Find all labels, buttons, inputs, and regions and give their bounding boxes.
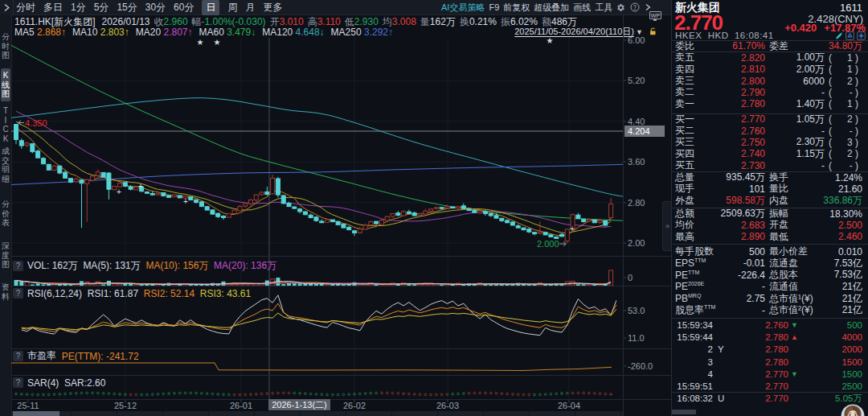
stat-value: 2509.63万 <box>716 207 765 220</box>
stat-value: - <box>716 281 765 292</box>
stat-label: EPSTTM <box>675 257 706 269</box>
book-count: (1 ) <box>829 52 858 64</box>
book-count: (2 ) <box>829 148 858 159</box>
book-price: 2.770 <box>716 113 765 125</box>
date-label: 25-11 <box>17 401 39 410</box>
tick-row[interactable]: 15:59:342.760▼500 <box>672 319 868 332</box>
stat-label: 内盘 <box>769 194 788 208</box>
count-paren: ( <box>829 113 832 125</box>
count-value: 1 ) <box>847 98 858 109</box>
count-value: - ) <box>850 160 858 171</box>
tick-time: 16:08:32 <box>674 393 713 403</box>
count-value: 1 ) <box>847 64 858 75</box>
svg-text:★: ★ <box>547 36 554 45</box>
panel-separator <box>672 392 868 393</box>
tick-volume: 2500 <box>841 381 862 391</box>
svg-text:★: ★ <box>214 38 221 47</box>
ask-row[interactable]: 卖三2.8006000(2 ) <box>672 75 868 86</box>
pane-separator <box>11 375 671 376</box>
stat-label: 每手股数 <box>675 245 714 258</box>
stat-value: 598.58万 <box>716 194 765 208</box>
stat-value: 21亿 <box>842 303 862 317</box>
tick-row[interactable]: 42.770▼1500 <box>672 368 868 380</box>
hline-price-badge: 4.204 <box>624 126 665 137</box>
scrollbar-notch <box>483 411 484 416</box>
book-count: (2 ) <box>829 113 858 125</box>
tick-row[interactable]: 15:59:442.780▲4000 <box>672 332 868 344</box>
stat-value: 18.30% <box>829 208 862 220</box>
indicator-help-icon[interactable]: ? <box>13 351 23 361</box>
book-level: 卖一 <box>675 97 694 111</box>
rsi3-value: RSI3: 43.61 <box>200 288 251 299</box>
tick-arrow-icon: ▼ <box>791 321 798 329</box>
stat-superscript: TTM <box>694 257 706 263</box>
book-price: 2.810 <box>716 64 765 75</box>
stat-row: 最高2.890最低2.460 <box>672 231 868 242</box>
stat-value: 34.80万 <box>829 39 862 53</box>
date-label: 25-12 <box>114 401 137 410</box>
stat-value: 2.460 <box>838 231 862 242</box>
assistant-avatar[interactable] <box>840 403 866 416</box>
panel-separator <box>672 318 868 319</box>
pane-separator <box>11 256 671 257</box>
stat-label: PETTM <box>675 270 699 281</box>
count-paren: ( <box>829 148 832 159</box>
count-value: 1 ) <box>847 52 858 64</box>
stat-label: 总市值²(¥) <box>769 303 813 317</box>
stat-label: 外盘 <box>675 194 694 208</box>
scrollbar-notch <box>162 411 163 416</box>
svg-text:+: + <box>183 197 188 206</box>
tick-volume: 2000 <box>841 344 862 354</box>
futu-stock-app: { "toolbar": { "collapse_icon": "chevron… <box>0 0 868 416</box>
stat-value: 2.683 <box>716 220 765 231</box>
currency-label: HKD <box>708 31 729 40</box>
indicator-help-icon[interactable]: ? <box>13 261 23 271</box>
count-value: 2 ) <box>847 113 858 125</box>
stat-row: EPSTTM-0.01流通盘7.53亿 <box>672 257 868 269</box>
bid-row[interactable]: 买四2.7401.15万(2 ) <box>672 148 868 159</box>
pane-separator <box>11 399 671 400</box>
count-value: - ) <box>850 126 858 137</box>
tick-arrow-icon: ▼ <box>791 370 798 378</box>
chart-scrollbar[interactable] <box>11 411 623 416</box>
stat-row: PETTM-226.4总股本7.53亿 <box>672 270 868 281</box>
tick-row[interactable]: 32.7801500 <box>672 356 868 368</box>
stat-value: - <box>716 305 765 316</box>
count-paren: ( <box>829 87 832 98</box>
stat-label: 最低 <box>769 230 788 244</box>
tick-price: 2.770 <box>740 369 788 379</box>
stat-row: 外盘598.58万内盘336.86万 <box>672 195 868 206</box>
ask-row[interactable]: 卖四2.8102.00万(1 ) <box>672 64 868 75</box>
tick-time: 15:59:44 <box>674 332 713 342</box>
tick-row[interactable]: 2Y2.7802000 <box>672 344 868 356</box>
book-qty: 6000 <box>760 76 825 87</box>
vol-legend: ? VOL: 162万 MA(5): 131万 MA(10): 156万 MA(… <box>13 261 276 271</box>
sar-value: SAR:2.60 <box>64 377 105 389</box>
vol-value: VOL: 162万 <box>27 259 78 273</box>
svg-text:2.000: 2.000 <box>537 239 559 249</box>
tick-row[interactable]: 15:59:512.7702500 <box>672 381 868 393</box>
rsi-params: RSI(6,12,24) <box>27 288 82 299</box>
book-count: (- ) <box>829 87 858 98</box>
tick-arrow-icon: ▲ <box>791 333 798 341</box>
scrollbar-notch <box>254 411 255 416</box>
tick-row[interactable]: 16:08:32U2.7705.05万 <box>672 393 868 405</box>
scrollbar-notch <box>437 411 438 416</box>
indicator-help-icon[interactable]: ? <box>13 288 23 299</box>
scrollbar-thumb[interactable] <box>13 411 59 416</box>
scrollbar-notch <box>391 411 392 416</box>
pe-legend: ? 市盈率 PE(TTM): -241.72 <box>13 351 139 361</box>
count-paren: ( <box>829 160 832 171</box>
ask-row[interactable]: 卖一2.7801.40万(1 ) <box>672 98 868 109</box>
date-label: 26-03 <box>436 401 459 410</box>
quote-panel: 新火集团 1611 2.770 2.428(CNY) +0.420+17.87%… <box>671 0 868 416</box>
book-qty: 1.15万 <box>760 147 825 161</box>
svg-text:★: ★ <box>197 38 204 47</box>
change-abs: +0.420 <box>784 22 817 34</box>
rsi-legend: ? RSI(6,12,24) RSI1: 61.87 RSI2: 52.14 R… <box>13 288 251 299</box>
bid-row[interactable]: 买一2.7701.05万(2 ) <box>672 113 868 125</box>
quote-scrollbar[interactable] <box>672 410 696 414</box>
bid-row[interactable]: 买五2.730-(- ) <box>672 159 868 171</box>
book-count: (3 ) <box>829 137 858 148</box>
indicator-help-icon[interactable]: ? <box>13 377 23 388</box>
